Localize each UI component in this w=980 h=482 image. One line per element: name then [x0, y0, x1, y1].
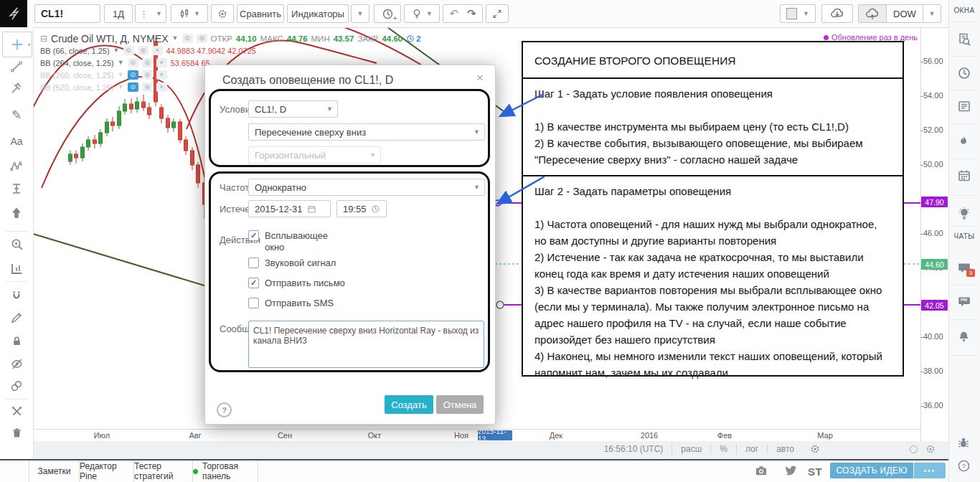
close-icon[interactable]: ×: [156, 82, 167, 92]
notifications-bell-icon[interactable]: [957, 330, 971, 344]
interval-button[interactable]: 1Д: [104, 4, 133, 23]
gear-icon[interactable]: [197, 34, 207, 43]
tool-trend-line[interactable]: [9, 57, 24, 76]
private-chat-icon[interactable]: PM: [957, 294, 971, 308]
gear-icon[interactable]: [810, 444, 820, 454]
eye-icon[interactable]: ⊙: [128, 58, 138, 67]
idea-publish-menu[interactable]: ▼: [404, 4, 440, 23]
log-scale-toggle[interactable]: лог: [736, 444, 767, 454]
checkbox-checked-icon[interactable]: ✓: [248, 278, 259, 288]
tab-trading-panel[interactable]: Торговая панель: [192, 460, 258, 482]
tool-measure[interactable]: [9, 260, 24, 278]
chevron-down-icon[interactable]: ▼: [118, 84, 124, 90]
close-icon[interactable]: ×: [476, 71, 484, 85]
alert-event-select[interactable]: Пересечение сверху вниз▼: [248, 123, 485, 141]
alert-message-textarea[interactable]: CL1! Пересечение сверху вниз Horizontal …: [248, 321, 484, 368]
checkbox-icon[interactable]: [248, 257, 259, 268]
layout-select-button[interactable]: ▼: [780, 4, 816, 23]
tab-strategy-tester[interactable]: Тестер стратегий: [133, 460, 192, 482]
checkbox-checked-icon[interactable]: ✓: [248, 230, 259, 241]
tool-brush[interactable]: ✎: [9, 105, 24, 124]
indicators-button[interactable]: Индикаторы: [287, 4, 349, 23]
symbol-legend-row[interactable]: ⊟ Crude Oil WTI, Д, NYMEX ▼ ⊙ ОТКР44.10 …: [40, 32, 420, 44]
percent-scale-toggle[interactable]: %: [710, 444, 736, 454]
close-icon[interactable]: ×: [156, 58, 167, 67]
eye-icon[interactable]: ⊙: [128, 70, 138, 80]
snapshot-camera-icon[interactable]: [755, 465, 768, 476]
email-checkbox-row[interactable]: ✓Отправить письмо: [248, 278, 345, 288]
tool-hide-drawings[interactable]: [9, 354, 24, 373]
tool-pitchfork[interactable]: [9, 79, 24, 98]
publish-idea-menu-button[interactable]: •••: [914, 463, 946, 478]
tool-projection[interactable]: [9, 179, 24, 198]
public-chat-icon[interactable]: 3: [957, 260, 971, 275]
indicator-legend-row-hidden[interactable]: BB (520, close, 1.25) ▼ ⊙×: [40, 82, 167, 93]
time-scale[interactable]: [33, 429, 920, 441]
chart-properties-button[interactable]: [211, 4, 234, 23]
eye-icon[interactable]: ⊙: [182, 34, 193, 43]
indicators-menu-button[interactable]: ▼: [351, 4, 369, 23]
close-icon[interactable]: ×: [156, 70, 167, 80]
interval-menu-button[interactable]: ⋮▼: [135, 4, 166, 23]
calendar-panel-icon[interactable]: [957, 169, 971, 183]
tool-long-position[interactable]: [9, 204, 24, 222]
alert-symbol-select[interactable]: CL1!, D▼: [248, 100, 338, 118]
popup-checkbox-row[interactable]: ✓Всплывающее окно: [248, 230, 329, 253]
extended-hours-toggle[interactable]: расш: [672, 444, 710, 454]
tool-drawing-mode[interactable]: [9, 308, 24, 327]
tool-xabcd-pattern[interactable]: [9, 157, 24, 176]
publish-idea-button[interactable]: СОЗДАТЬ ИДЕЮ: [830, 463, 913, 478]
redo-icon[interactable]: ↷: [467, 7, 476, 20]
collapse-legend-icon[interactable]: ⊟: [40, 34, 47, 44]
save-layout-button[interactable]: [859, 5, 887, 22]
news-panel-icon[interactable]: [957, 99, 971, 113]
tool-crosshair[interactable]: ▸: [2, 32, 32, 57]
chart-type-button[interactable]: ▼: [171, 4, 208, 23]
scale-gear-icon[interactable]: [925, 444, 936, 454]
gear-icon[interactable]: [142, 58, 153, 67]
alerts-panel-icon[interactable]: [957, 66, 971, 80]
load-layout-button[interactable]: [821, 4, 853, 23]
chevron-down-icon[interactable]: ▼: [118, 72, 124, 78]
expiration-time-input[interactable]: 19:55: [336, 200, 387, 217]
tab-notes[interactable]: Заметки: [29, 460, 79, 482]
tool-text[interactable]: Aa: [9, 132, 24, 151]
eye-icon[interactable]: ⊙: [128, 82, 138, 92]
sound-checkbox-row[interactable]: Звуковой сигнал: [248, 257, 336, 268]
gear-icon[interactable]: [138, 46, 149, 55]
gear-icon[interactable]: [142, 82, 153, 92]
chevron-down-icon[interactable]: ▼: [113, 47, 120, 54]
sms-checkbox-row[interactable]: Отправить SMS: [248, 298, 334, 308]
market-overview-icon[interactable]: [957, 32, 971, 47]
tool-remove-drawings[interactable]: [9, 423, 24, 442]
compare-button[interactable]: Сравнить: [237, 4, 284, 23]
expiration-date-input[interactable]: 2015-12-31: [248, 200, 331, 217]
tool-zoom-in[interactable]: [9, 235, 24, 253]
help-icon[interactable]: ?: [957, 459, 971, 473]
fullscreen-button[interactable]: [486, 4, 509, 23]
layout-name[interactable]: DOW: [887, 9, 923, 19]
tool-magnet[interactable]: [9, 286, 24, 305]
twitter-icon[interactable]: [785, 466, 797, 476]
chevron-down-icon[interactable]: ▼: [118, 60, 124, 66]
create-alert-button[interactable]: Создать: [385, 395, 433, 414]
tool-object-tree[interactable]: [9, 402, 24, 420]
report-bug-icon[interactable]: [957, 436, 971, 450]
gear-icon[interactable]: [142, 70, 153, 80]
indicator-legend-row[interactable]: BB (66, close, 1.25) ▼ ⊙× 44.9883 47.904…: [40, 45, 256, 56]
indicator-legend-row-hidden[interactable]: BB (260, close, 1.25) ▼ ⊙×: [40, 70, 167, 80]
stocktwits-label[interactable]: ST: [808, 466, 822, 478]
close-icon[interactable]: ×: [152, 46, 163, 55]
symbol-input[interactable]: CL1!: [34, 4, 100, 23]
add-alert-button[interactable]: +: [374, 4, 401, 23]
tab-pine-editor[interactable]: Редактор Pine: [79, 460, 133, 482]
ideas-stream-icon[interactable]: [957, 207, 971, 221]
tool-lock-drawings[interactable]: [9, 331, 24, 350]
scroll-button[interactable]: [910, 445, 918, 453]
hot-ideas-icon[interactable]: [957, 134, 971, 148]
checkbox-icon[interactable]: [248, 298, 259, 308]
layout-menu-button[interactable]: ▼: [923, 5, 941, 22]
help-icon[interactable]: ?: [217, 402, 232, 417]
cancel-button[interactable]: Отмена: [436, 395, 484, 414]
auto-scale-toggle[interactable]: авто: [767, 444, 803, 454]
